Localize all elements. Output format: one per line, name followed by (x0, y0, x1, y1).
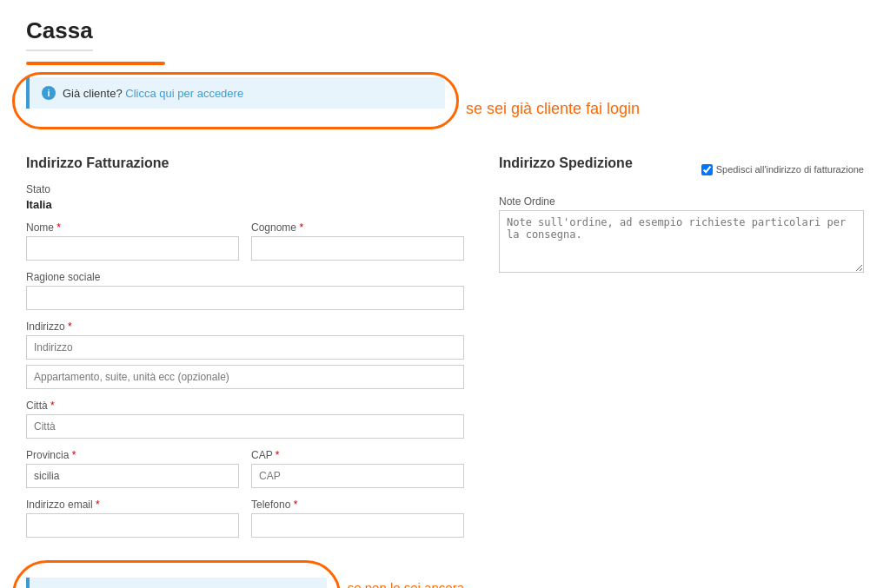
provincia-field-group: Provincia * (26, 449, 239, 488)
nome-input[interactable] (26, 236, 239, 261)
cognome-label: Cognome * (251, 221, 464, 234)
provincia-input[interactable] (26, 464, 239, 488)
email-field-group: Indirizzo email * (26, 499, 239, 538)
telefono-required: * (294, 499, 298, 511)
note-label: Note Ordine (499, 195, 864, 208)
shipping-header: Indirizzo Spedizione Spedisci all'indiri… (499, 155, 864, 183)
email-label: Indirizzo email * (26, 499, 239, 511)
indirizzo2-input[interactable] (26, 365, 464, 389)
nome-field-group: Nome * (26, 221, 239, 261)
shipping-checkbox-text: Spedisci all'indirizzo di fatturazione (716, 164, 864, 175)
cap-label: CAP * (251, 449, 464, 461)
ragione-field-group: Ragione sociale (26, 271, 464, 310)
citta-label: Città * (26, 400, 464, 412)
title-underline-decoration (26, 62, 165, 65)
stato-field-group: Stato Italia (26, 183, 464, 211)
provincia-required: * (72, 449, 76, 461)
stato-label: Stato (26, 183, 464, 195)
email-required: * (96, 499, 100, 511)
create-account-annotation: se non lo sei ancora crea in account (348, 578, 464, 588)
cognome-required: * (299, 221, 303, 234)
cap-field-group: CAP * (251, 449, 464, 488)
cap-input[interactable] (251, 464, 464, 488)
telefono-field-group: Telefono * (251, 499, 464, 538)
citta-required: * (50, 400, 55, 412)
info-icon: i (42, 86, 56, 100)
email-input[interactable] (26, 513, 239, 538)
citta-field-group: Città * (26, 400, 464, 439)
cap-required: * (276, 449, 280, 461)
page-title: Cassa (26, 17, 93, 51)
shipping-section-title: Indirizzo Spedizione (499, 155, 633, 171)
provincia-cap-row: Provincia * CAP * (26, 449, 464, 499)
indirizzo-label: Indirizzo * (26, 320, 464, 333)
stato-value: Italia (26, 198, 464, 211)
login-link[interactable]: Clicca qui per accedere (125, 87, 243, 100)
name-row: Nome * Cognome * (26, 221, 464, 271)
shipping-same-checkbox[interactable] (701, 164, 713, 175)
note-field-group: Note Ordine (499, 195, 864, 275)
telefono-input[interactable] (251, 513, 464, 538)
cognome-input[interactable] (251, 236, 464, 261)
login-notice-text: Già cliente? Clicca qui per accedere (63, 87, 243, 100)
citta-input[interactable] (26, 414, 464, 439)
shipping-same-checkbox-label[interactable]: Spedisci all'indirizzo di fatturazione (701, 164, 864, 175)
note-textarea[interactable] (499, 210, 864, 273)
ragione-input[interactable] (26, 286, 464, 310)
main-layout: Indirizzo Fatturazione Stato Italia Nome… (26, 155, 864, 588)
indirizzo-field-group: Indirizzo * (26, 320, 464, 389)
billing-section: Indirizzo Fatturazione Stato Italia Nome… (26, 155, 464, 588)
login-annotation: se sei già cliente fai login (466, 100, 640, 118)
provincia-label: Provincia * (26, 449, 239, 461)
cognome-field-group: Cognome * (251, 221, 464, 261)
indirizzo-input[interactable] (26, 335, 464, 360)
billing-section-title: Indirizzo Fatturazione (26, 155, 464, 171)
shipping-section: Indirizzo Spedizione Spedisci all'indiri… (499, 155, 864, 588)
telefono-label: Telefono * (251, 499, 464, 511)
ragione-label: Ragione sociale (26, 271, 464, 283)
login-notice-bar: i Già cliente? Clicca qui per accedere (26, 77, 445, 109)
nome-required: * (56, 221, 61, 234)
nome-label: Nome * (26, 221, 239, 234)
email-telefono-row: Indirizzo email * Telefono * (26, 499, 464, 548)
indirizzo-required: * (68, 320, 72, 333)
create-account-notice: Crea un account inserendo le informazion… (26, 578, 327, 588)
